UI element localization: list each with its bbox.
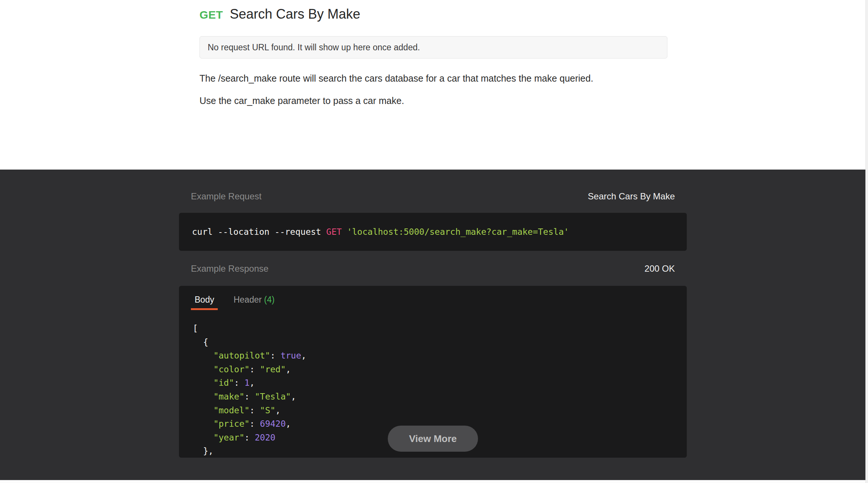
code-token: : xyxy=(249,419,260,429)
code-token: 69420 xyxy=(260,419,286,429)
code-token: "red" xyxy=(260,364,286,374)
tab-body-label: Body xyxy=(195,295,214,304)
code-line: "id": 1, xyxy=(193,376,687,390)
code-token: "color" xyxy=(213,364,249,374)
example-request-label: Example Request xyxy=(191,191,261,202)
code-token: "year" xyxy=(213,433,244,442)
code-token: "make" xyxy=(213,392,244,401)
tab-header-label: Header xyxy=(233,295,261,304)
code-token: GET xyxy=(326,227,347,237)
notice-text: No request URL found. It will show up he… xyxy=(208,42,420,53)
page-title: Search Cars By Make xyxy=(230,6,360,22)
code-token: "Tesla" xyxy=(255,392,291,401)
code-line: "make": "Tesla", xyxy=(193,390,687,404)
code-token xyxy=(193,378,213,388)
code-token: "id" xyxy=(213,378,234,388)
tab-header-count: (4) xyxy=(264,295,274,304)
code-token: , xyxy=(291,392,296,401)
code-token: }, xyxy=(193,446,213,456)
description-paragraph: Use the car_make parameter to pass a car… xyxy=(199,95,667,106)
request-name-label: Search Cars By Make xyxy=(588,191,675,202)
code-token xyxy=(193,351,213,360)
response-panel: Body Header (4) [ { "autopilot": true, "… xyxy=(179,286,687,458)
code-line: "color": "red", xyxy=(193,363,687,376)
code-token: { xyxy=(193,337,208,347)
doc-content: GET Search Cars By Make No request URL f… xyxy=(199,0,667,106)
code-token xyxy=(193,392,213,401)
tab-header[interactable]: Header (4) xyxy=(230,295,278,310)
code-line: "autopilot": true, xyxy=(193,349,687,363)
code-token xyxy=(193,364,213,374)
status-badge: 200 OK xyxy=(645,263,675,274)
example-content: Example Request Search Cars By Make curl… xyxy=(179,170,687,458)
example-response-label: Example Response xyxy=(191,263,268,274)
code-line: [ xyxy=(193,322,687,335)
example-response-row: Example Response 200 OK xyxy=(179,263,687,274)
code-token: , xyxy=(286,419,291,429)
code-token: , xyxy=(249,378,255,388)
view-more-button[interactable]: View More xyxy=(388,426,478,452)
code-token: "model" xyxy=(213,405,249,415)
vertical-scrollbar[interactable] xyxy=(865,0,868,483)
code-token: curl --location --request xyxy=(192,227,326,237)
code-token: 2020 xyxy=(255,433,275,442)
code-token: 1 xyxy=(244,378,249,388)
code-line: { xyxy=(193,335,687,349)
code-token xyxy=(193,405,213,415)
code-token: , xyxy=(286,364,291,374)
code-token: : xyxy=(249,405,260,415)
code-token: , xyxy=(276,405,281,415)
code-token: "S" xyxy=(260,405,276,415)
curl-code-block: curl --location --request GET 'localhost… xyxy=(179,213,687,251)
description-paragraph: The /search_make route will search the c… xyxy=(199,73,667,84)
code-token xyxy=(193,419,213,429)
code-token xyxy=(193,433,213,442)
code-token: , xyxy=(301,351,306,360)
doc-section: GET Search Cars By Make No request URL f… xyxy=(0,0,868,170)
code-token: 'localhost:5000/search_make?car_make=Tes… xyxy=(347,227,569,237)
code-token: : xyxy=(244,433,255,442)
code-line: curl --location --request GET 'localhost… xyxy=(192,225,569,239)
code-token: [ xyxy=(193,323,198,333)
code-token: "price" xyxy=(213,419,249,429)
tab-body[interactable]: Body xyxy=(191,295,218,310)
endpoint-header: GET Search Cars By Make xyxy=(199,6,667,23)
example-section: Example Request Search Cars By Make curl… xyxy=(0,170,868,480)
http-method-badge: GET xyxy=(199,7,223,23)
code-token: : xyxy=(234,378,245,388)
example-request-row: Example Request Search Cars By Make xyxy=(179,170,687,202)
response-tabs: Body Header (4) xyxy=(179,286,687,310)
code-token: true xyxy=(280,351,301,360)
code-line: "model": "S", xyxy=(193,404,687,417)
code-token: "autopilot" xyxy=(213,351,270,360)
code-token: : xyxy=(270,351,281,360)
code-token: : xyxy=(249,364,260,374)
no-request-url-notice: No request URL found. It will show up he… xyxy=(199,36,667,59)
code-token: : xyxy=(244,392,255,401)
horizontal-scrollbar[interactable] xyxy=(0,480,868,483)
